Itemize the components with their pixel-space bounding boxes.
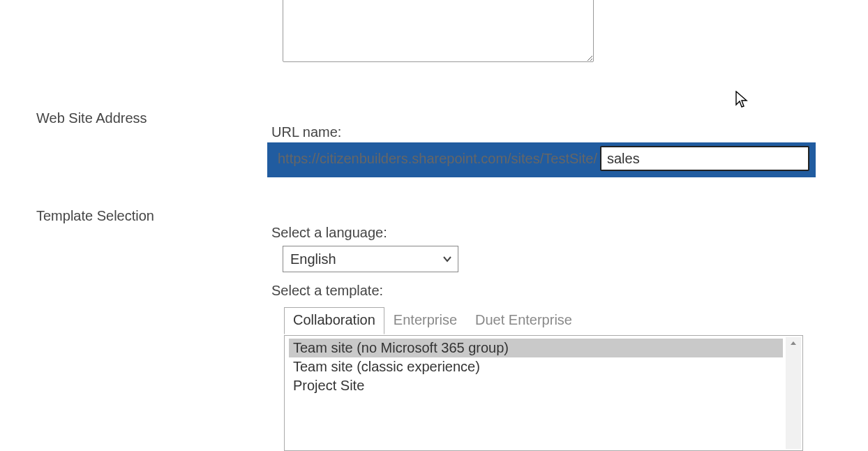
scroll-up-icon[interactable] <box>786 337 801 350</box>
url-prefix: https://citizenbuilders.sharepoint.com/s… <box>274 148 597 170</box>
template-tabs: Collaboration Enterprise Duet Enterprise <box>284 306 581 334</box>
language-select[interactable]: English <box>283 246 458 272</box>
description-textarea[interactable] <box>283 0 594 62</box>
url-name-label: URL name: <box>271 124 341 140</box>
tab-duet-enterprise[interactable]: Duet Enterprise <box>466 307 581 334</box>
tab-enterprise[interactable]: Enterprise <box>384 307 466 334</box>
language-selected-value: English <box>290 251 336 267</box>
section-web-site-address: Web Site Address <box>36 110 260 126</box>
scrollbar[interactable] <box>786 337 801 449</box>
url-name-input[interactable] <box>600 146 809 171</box>
template-item[interactable]: Project Site <box>289 376 783 395</box>
url-highlight-box: https://citizenbuilders.sharepoint.com/s… <box>267 142 816 177</box>
select-template-label: Select a template: <box>271 283 383 299</box>
chevron-down-icon <box>442 254 452 264</box>
tab-collaboration[interactable]: Collaboration <box>284 307 384 334</box>
section-template-selection: Template Selection <box>36 208 260 224</box>
template-item[interactable]: Team site (classic experience) <box>289 357 783 376</box>
cursor-icon <box>735 91 751 110</box>
template-item[interactable]: Team site (no Microsoft 365 group) <box>289 339 783 357</box>
template-listbox[interactable]: Team site (no Microsoft 365 group) Team … <box>284 335 803 451</box>
select-language-label: Select a language: <box>271 225 387 241</box>
